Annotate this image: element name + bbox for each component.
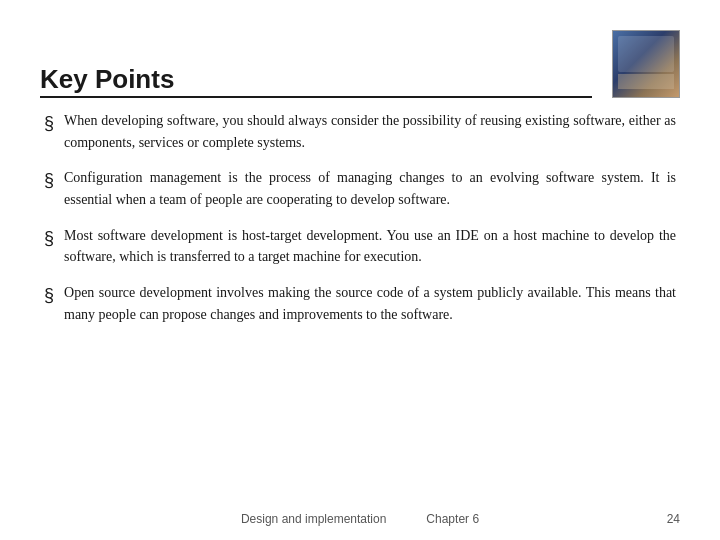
slide-container: Key Points § When developing software, y… xyxy=(0,0,720,540)
bullet-text-2: Configuration management is the process … xyxy=(64,167,676,210)
bullet-text-4: Open source development involves making … xyxy=(64,282,676,325)
footer-page-number: 24 xyxy=(667,512,680,526)
bullet-symbol-3: § xyxy=(44,225,54,253)
bullet-text-3: Most software development is host-target… xyxy=(64,225,676,268)
bullet-text-1: When developing software, you should alw… xyxy=(64,110,676,153)
bullet-item-1: § When developing software, you should a… xyxy=(44,110,676,153)
footer-chapter-label: Chapter 6 xyxy=(426,512,479,526)
title-underline xyxy=(40,96,592,98)
bullet-item-3: § Most software development is host-targ… xyxy=(44,225,676,268)
content-area: § When developing software, you should a… xyxy=(40,110,680,326)
header-area: Key Points xyxy=(40,30,680,98)
footer: Design and implementation Chapter 6 xyxy=(0,512,720,526)
page-title: Key Points xyxy=(40,65,592,94)
bullet-item-4: § Open source development involves makin… xyxy=(44,282,676,325)
footer-left-label: Design and implementation xyxy=(241,512,386,526)
title-section: Key Points xyxy=(40,65,592,98)
bullet-item-2: § Configuration management is the proces… xyxy=(44,167,676,210)
book-cover-image xyxy=(612,30,680,98)
bullet-symbol-4: § xyxy=(44,282,54,310)
bullet-symbol-1: § xyxy=(44,110,54,138)
bullet-symbol-2: § xyxy=(44,167,54,195)
